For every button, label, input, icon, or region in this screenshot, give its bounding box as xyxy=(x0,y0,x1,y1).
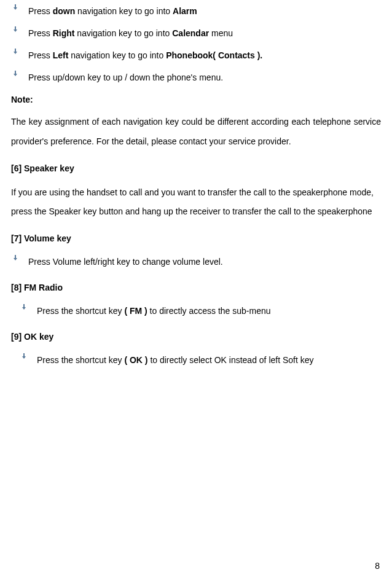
svg-marker-9 xyxy=(14,258,17,260)
section-6-heading: [6] Speaker key xyxy=(11,160,381,177)
section-8-heading: [8] FM Radio xyxy=(11,279,381,296)
section-8-bullet-list: Press the shortcut key ( FM ) to directl… xyxy=(11,302,381,319)
list-item-text: Press the shortcut key ( FM ) to directl… xyxy=(37,302,381,319)
svg-marker-1 xyxy=(14,7,17,10)
list-item: Press Left navigation key to go into Pho… xyxy=(12,47,381,64)
list-item: Press Volume left/right key to change vo… xyxy=(12,253,381,270)
arrow-down-icon xyxy=(12,2,28,10)
list-item: Press the shortcut key ( FM ) to directl… xyxy=(12,302,381,319)
svg-marker-11 xyxy=(22,307,26,310)
arrow-down-icon xyxy=(12,69,28,77)
note-paragraph: The key assignment of each navigation ke… xyxy=(11,112,381,151)
section-7-bullet-list: Press Volume left/right key to change vo… xyxy=(11,253,381,270)
list-item: Press up/down key to up / down the phone… xyxy=(12,69,381,86)
section-9-bullet-list: Press the shortcut key ( OK ) to directl… xyxy=(11,351,381,369)
list-item-text: Press Left navigation key to go into Pho… xyxy=(28,47,381,64)
nav-key-bullet-list: Press down navigation key to go into Ala… xyxy=(11,2,381,86)
note-label: Note: xyxy=(11,91,381,108)
list-item-text: Press Volume left/right key to change vo… xyxy=(28,253,381,270)
list-item-text: Press Right navigation key to go into Ca… xyxy=(28,25,381,42)
list-item: Press Right navigation key to go into Ca… xyxy=(12,25,381,42)
section-7-heading: [7] Volume key xyxy=(11,230,381,247)
section-6-paragraph: If you are using the handset to call and… xyxy=(11,183,381,221)
svg-marker-3 xyxy=(14,29,17,32)
arrow-down-icon xyxy=(21,302,37,310)
arrow-down-icon xyxy=(12,253,28,261)
list-item: Press down navigation key to go into Ala… xyxy=(12,2,381,20)
list-item-text: Press the shortcut key ( OK ) to directl… xyxy=(37,351,381,369)
arrow-down-icon xyxy=(12,25,28,33)
list-item-text: Press down navigation key to go into Ala… xyxy=(28,2,381,20)
svg-marker-13 xyxy=(22,356,26,359)
list-item-text: Press up/down key to up / down the phone… xyxy=(28,69,381,86)
svg-marker-5 xyxy=(14,52,17,54)
svg-marker-7 xyxy=(14,74,17,76)
list-item: Press the shortcut key ( OK ) to directl… xyxy=(12,351,381,369)
arrow-down-icon xyxy=(12,47,28,55)
section-9-heading: [9] OK key xyxy=(11,328,381,345)
page-number: 8 xyxy=(375,557,380,574)
arrow-down-icon xyxy=(21,351,37,359)
